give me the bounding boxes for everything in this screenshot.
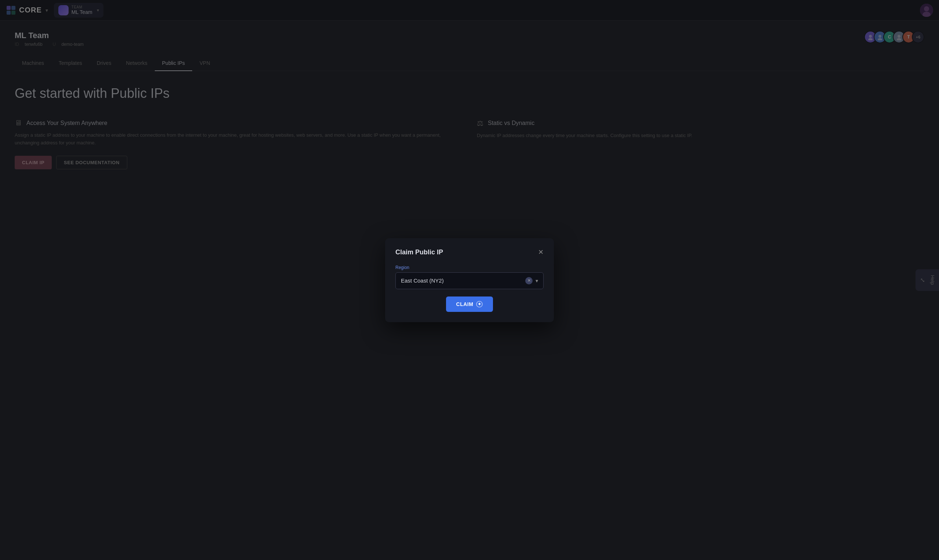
claim-button-icon: ✦ <box>476 301 483 308</box>
region-label: Region <box>395 265 544 270</box>
modal-actions: CLAIM ✦ <box>395 297 544 312</box>
region-form-group: Region East Coast (NY2) ✕ ▾ <box>395 265 544 289</box>
modal-overlay[interactable]: Claim Public IP ✕ Region East Coast (NY2… <box>0 0 939 560</box>
claim-button[interactable]: CLAIM ✦ <box>446 297 493 312</box>
claim-ip-modal: Claim Public IP ✕ Region East Coast (NY2… <box>385 238 554 322</box>
modal-header: Claim Public IP ✕ <box>395 248 544 256</box>
modal-title: Claim Public IP <box>395 248 443 256</box>
region-clear-icon[interactable]: ✕ <box>525 277 533 285</box>
modal-close-button[interactable]: ✕ <box>538 249 544 255</box>
region-chevron-icon: ▾ <box>535 278 538 284</box>
region-select[interactable]: East Coast (NY2) ✕ ▾ <box>395 272 544 289</box>
region-value: East Coast (NY2) <box>401 277 525 284</box>
claim-button-label: CLAIM <box>456 301 473 307</box>
